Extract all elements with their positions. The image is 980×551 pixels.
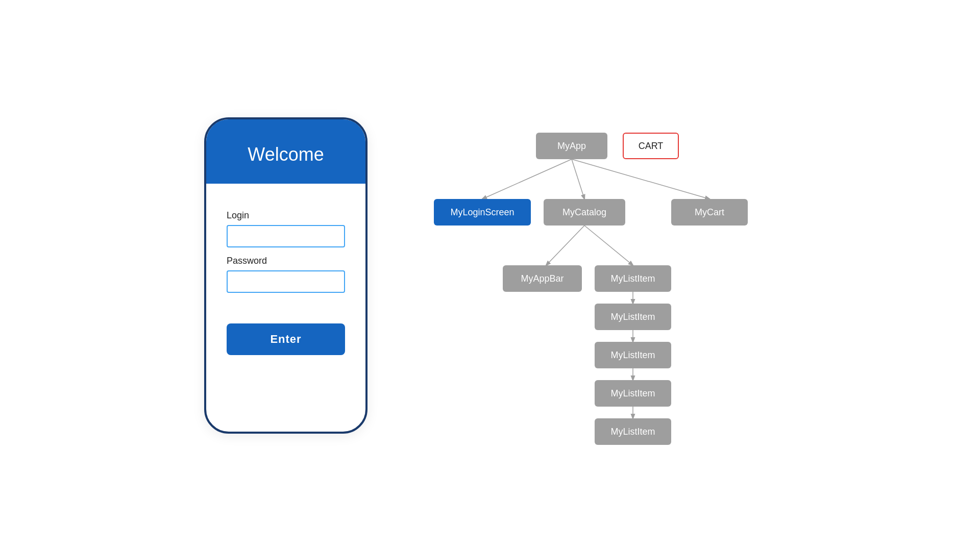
node-myappbar: MyAppBar xyxy=(503,265,582,292)
node-cart-badge: CART xyxy=(623,133,679,159)
node-myloginscreen: MyLoginScreen xyxy=(434,199,531,226)
node-mylistitem-4: MyListItem xyxy=(595,380,671,407)
svg-line-2 xyxy=(572,159,709,199)
phone-mockup: Welcome Login Password Enter xyxy=(204,117,368,434)
enter-button[interactable]: Enter xyxy=(227,323,345,355)
login-label: Login xyxy=(227,210,345,221)
node-myapp: MyApp xyxy=(536,133,607,159)
tree-diagram: MyApp CART MyLoginScreen MyCatalog MyCar… xyxy=(429,112,776,439)
login-input[interactable] xyxy=(227,225,345,247)
node-mylistitem-5: MyListItem xyxy=(595,418,671,445)
node-mycatalog: MyCatalog xyxy=(544,199,625,226)
welcome-title: Welcome xyxy=(216,144,355,165)
password-input[interactable] xyxy=(227,270,345,293)
node-mycart: MyCart xyxy=(671,199,748,226)
password-label: Password xyxy=(227,256,345,266)
svg-line-4 xyxy=(584,226,633,265)
node-mylistitem-3: MyListItem xyxy=(595,342,671,368)
node-mylistitem-1: MyListItem xyxy=(595,265,671,292)
node-mylistitem-2: MyListItem xyxy=(595,304,671,330)
svg-line-1 xyxy=(572,159,584,199)
phone-body: Login Password Enter xyxy=(206,184,365,432)
svg-line-3 xyxy=(546,226,584,265)
svg-line-0 xyxy=(482,159,572,199)
phone-header: Welcome xyxy=(206,119,365,184)
